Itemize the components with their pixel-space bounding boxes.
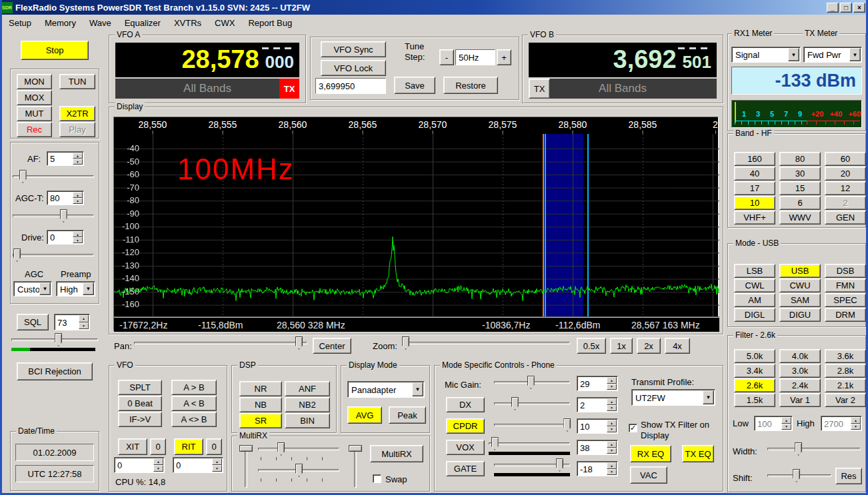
af-slider[interactable] — [13, 170, 94, 183]
multirx-gain-slider-right[interactable] — [349, 445, 362, 488]
rit-button[interactable]: RIT — [174, 438, 203, 455]
up-arrow-icon[interactable]: ▲ — [607, 441, 617, 448]
menu-wave[interactable]: Wave — [83, 16, 118, 30]
save-button[interactable]: Save — [394, 77, 435, 94]
multirx-gain-slider-left[interactable] — [239, 445, 253, 488]
tx-meter-select[interactable]: Fwd Pwr ▼ — [803, 47, 862, 63]
mut-button[interactable]: MUT — [17, 106, 52, 121]
vox-slider[interactable] — [489, 437, 570, 450]
a-swap-b-button[interactable]: A <> B — [171, 412, 217, 427]
filter-2-8k-button[interactable]: 2.8k — [825, 364, 866, 378]
zoom-2x-button[interactable]: 2x — [637, 338, 661, 354]
mic-gain-spinner[interactable]: 29 ▲▼ — [577, 376, 618, 391]
cpdr-button[interactable]: CPDR — [446, 418, 485, 434]
zoom-slider[interactable] — [402, 336, 570, 350]
band-160-button[interactable]: 160 — [734, 152, 775, 166]
up-arrow-icon[interactable]: ▲ — [607, 462, 617, 469]
maximize-button[interactable]: □ — [840, 3, 852, 13]
menu-equalizer[interactable]: Equalizer — [118, 16, 167, 30]
vfo-b-band-bar[interactable]: All Bands TX — [529, 79, 717, 99]
swap-checkbox[interactable] — [373, 474, 381, 483]
spinner-arrows[interactable]: ▲▼ — [73, 231, 83, 243]
band-vhf-button[interactable]: VHF+ — [734, 211, 775, 225]
tune-step-minus-button[interactable]: - — [439, 49, 454, 65]
up-arrow-icon[interactable]: ▲ — [212, 458, 222, 465]
down-arrow-icon[interactable]: ▼ — [73, 159, 83, 165]
gate-spinner[interactable]: -18 ▲▼ — [577, 461, 618, 476]
filter-3k-button[interactable]: 3.0k — [779, 364, 821, 378]
drive-spinner[interactable]: 0 ▲▼ — [47, 230, 84, 245]
multirx-button[interactable]: MultiRX — [370, 445, 423, 462]
vac-button[interactable]: VAC — [630, 466, 667, 484]
menu-xvtrs[interactable]: XVTRs — [167, 16, 208, 30]
show-tx-filter-checkbox[interactable]: ✓ — [629, 424, 637, 432]
down-arrow-icon[interactable]: ▼ — [73, 198, 83, 204]
up-arrow-icon[interactable]: ▲ — [73, 231, 83, 237]
up-arrow-icon[interactable]: ▲ — [851, 417, 861, 424]
vfo-a-band-bar[interactable]: All Bands TX — [115, 79, 299, 99]
center-button[interactable]: Center — [313, 338, 351, 354]
down-arrow-icon[interactable]: ▼ — [607, 405, 617, 412]
tune-step-plus-button[interactable]: + — [497, 49, 511, 65]
band-80-button[interactable]: 80 — [779, 152, 821, 166]
zoom-4x-button[interactable]: 4x — [665, 338, 690, 354]
preamp-select[interactable]: High ▼ — [56, 281, 95, 296]
spinner-arrows[interactable]: ▲▼ — [73, 153, 83, 165]
b-to-a-button[interactable]: A < B — [171, 396, 217, 411]
down-arrow-icon[interactable]: ▼ — [851, 424, 861, 430]
vfo-lock-button[interactable]: VFO Lock — [321, 60, 386, 76]
band-30-button[interactable]: 30 — [779, 167, 821, 181]
filter-var1-button[interactable]: Var 1 — [779, 393, 821, 407]
up-arrow-icon[interactable]: ▲ — [607, 377, 617, 384]
down-arrow-icon[interactable]: ▼ — [781, 424, 791, 430]
down-arrow-icon[interactable]: ▼ — [607, 426, 617, 433]
bci-rejection-button[interactable]: BCI Rejection — [17, 362, 93, 380]
sql-button[interactable]: SQL — [17, 314, 49, 330]
mode-spec-button[interactable]: SPEC — [825, 293, 866, 307]
sr-button[interactable]: SR — [239, 413, 282, 428]
transmit-profile-select[interactable]: UT2FW ▼ — [631, 389, 715, 406]
rx-eq-button[interactable]: RX EQ — [630, 445, 671, 462]
down-arrow-icon[interactable]: ▼ — [79, 322, 89, 330]
up-arrow-icon[interactable]: ▲ — [781, 417, 791, 424]
up-arrow-icon[interactable]: ▲ — [607, 420, 617, 426]
spectrum-display[interactable]: 28,550 28,555 28,560 28,565 28,570 28,57… — [113, 117, 719, 331]
multirx-pan-slider-1[interactable] — [258, 442, 339, 456]
pan-slider[interactable] — [134, 336, 307, 350]
mode-cwl-button[interactable]: CWL — [734, 278, 775, 292]
rx1-meter-select[interactable]: Signal ▼ — [731, 47, 801, 63]
zoom-05x-button[interactable]: 0.5x — [577, 338, 606, 354]
tune-step-value[interactable]: 50Hz — [455, 49, 495, 65]
stop-button[interactable]: Stop — [21, 41, 89, 60]
mox-button[interactable]: MOX — [17, 90, 52, 105]
dropdown-arrow-icon[interactable]: ▼ — [412, 382, 423, 396]
filter-shift-slider[interactable] — [767, 469, 831, 482]
a-to-b-button[interactable]: A > B — [171, 380, 217, 395]
band-6-button[interactable]: 6 — [779, 196, 821, 210]
peak-button[interactable]: Peak — [389, 406, 426, 424]
vox-spinner[interactable]: 38 ▲▼ — [577, 440, 618, 455]
spinner-arrows[interactable]: ▲▼ — [153, 458, 163, 472]
filter-high-spinner[interactable]: 2700 ▲▼ — [821, 416, 862, 431]
up-arrow-icon[interactable]: ▲ — [607, 398, 617, 405]
filter-5k-button[interactable]: 5.0k — [734, 349, 775, 363]
up-arrow-icon[interactable]: ▲ — [73, 192, 83, 198]
minimize-button[interactable]: _ — [827, 3, 839, 13]
split-button[interactable]: SPLT — [118, 380, 162, 395]
spinner-arrows[interactable]: ▲▼ — [212, 458, 222, 472]
memory-frequency-input[interactable]: 3,699950 — [315, 78, 386, 94]
filter-var2-button[interactable]: Var 2 — [825, 393, 866, 407]
cpdr-slider[interactable] — [494, 418, 570, 432]
spinner-arrows[interactable]: ▲▼ — [607, 377, 617, 390]
dropdown-arrow-icon[interactable]: ▼ — [788, 48, 799, 61]
mode-cwu-button[interactable]: CWU — [779, 278, 821, 292]
zero-beat-button[interactable]: 0 Beat — [118, 396, 162, 411]
xit-button[interactable]: XIT — [118, 438, 147, 455]
dropdown-arrow-icon[interactable]: ▼ — [83, 282, 94, 295]
zoom-1x-button[interactable]: 1x — [610, 338, 633, 354]
tx-eq-button[interactable]: TX EQ — [682, 445, 714, 462]
vfo-a-tx-indicator[interactable]: TX — [279, 79, 299, 99]
spectrum-plot[interactable]: -40 -50 -60 -70 -80 -90 -100 -110 -120 -… — [114, 134, 719, 316]
filter-1-5k-button[interactable]: 1.5k — [734, 393, 775, 407]
menu-cwx[interactable]: CWX — [208, 16, 241, 30]
